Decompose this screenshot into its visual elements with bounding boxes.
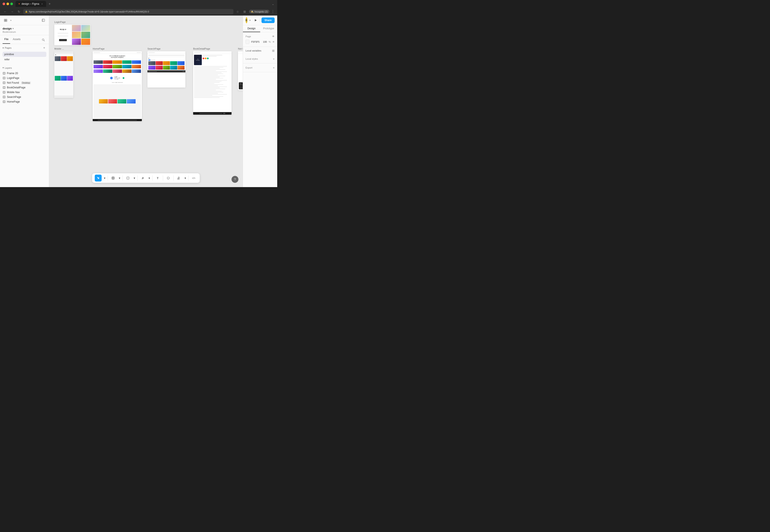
layer-name: HomePage: [7, 100, 20, 103]
maximize-traffic-light[interactable]: [10, 3, 13, 5]
address-bar[interactable]: 🔒 figma.com/design/hqVvs4G2gObcCBkL3SQAL…: [23, 9, 233, 14]
search-button[interactable]: [40, 37, 46, 43]
tab-bar: ✦ design – Figma × + ⌄: [0, 0, 277, 8]
select-tool-chevron[interactable]: ▾: [103, 175, 106, 182]
active-tab[interactable]: ✦ design – Figma ×: [16, 1, 46, 7]
tab-design[interactable]: Design: [243, 25, 260, 32]
toolbar-separator-2: [123, 175, 123, 181]
layer-item-searchpage[interactable]: SearchPage: [0, 95, 49, 99]
layer-item-homepage[interactable]: HomePage: [0, 99, 49, 104]
frame-icon: [3, 100, 6, 103]
pen-tool-chevron[interactable]: ▾: [148, 175, 151, 182]
toolbar-separator-7: [188, 175, 189, 181]
export-add-icon[interactable]: +: [273, 66, 275, 69]
frame-tool-chevron[interactable]: ▾: [118, 175, 121, 182]
page-color-swatch[interactable]: [246, 40, 249, 44]
rect-tool-chevron[interactable]: ▾: [133, 175, 136, 182]
page-item-refer[interactable]: refer: [3, 57, 46, 62]
url-text: figma.com/design/hqVvs4G2gObcCBkL3SQAL8/…: [29, 10, 149, 13]
frame-label-homepage: HomePage: [93, 47, 142, 50]
frame-icon: [3, 95, 6, 99]
tab-close-button[interactable]: ×: [41, 2, 44, 5]
layer-item-notfound[interactable]: Not Found Desktop: [0, 80, 49, 85]
back-button[interactable]: ←: [3, 9, 8, 14]
svg-rect-4: [42, 19, 45, 22]
toolbar: ▾ ▾ ▾ ▾ T ▾: [92, 173, 200, 183]
svg-rect-3: [6, 20, 7, 22]
incognito-icon: 🕵: [251, 10, 254, 13]
local-variables-icon[interactable]: ⊞: [272, 49, 275, 52]
share-button[interactable]: Share: [261, 17, 275, 23]
page-eye-icon[interactable]: 👁: [272, 35, 275, 38]
main-menu-chevron: ▾: [10, 19, 11, 22]
incognito-label: Incognito (2): [255, 10, 268, 13]
frame-preview-login[interactable]: 북모음 UI: [54, 25, 91, 45]
local-variables-section: Local variables ⊞: [243, 47, 277, 55]
layers-collapse-icon[interactable]: ▾: [3, 66, 4, 69]
layer-badge-desktop: Desktop: [21, 81, 31, 84]
layer-item-frame20[interactable]: Frame 20: [0, 71, 49, 76]
local-styles-add-icon[interactable]: +: [273, 57, 275, 61]
pen-tool-button[interactable]: [139, 175, 146, 182]
extensions-button[interactable]: ⊞: [242, 9, 247, 14]
panel-toggle-button[interactable]: [40, 17, 46, 23]
frame-preview-search[interactable]: 뽁: [147, 51, 185, 88]
bookmark-button[interactable]: ☆: [235, 9, 240, 14]
help-button[interactable]: ?: [232, 176, 238, 183]
select-tool-button[interactable]: [95, 175, 102, 182]
project-chevron-icon: ▾: [13, 27, 14, 30]
left-sidebar: ▾ design ▾ Bookmoeum File Assets: [0, 16, 49, 187]
ellipse-tool-button[interactable]: [165, 175, 172, 182]
tab-options-button[interactable]: ⌄: [270, 1, 275, 6]
layer-name: Not Found: [7, 81, 19, 84]
tab-assets[interactable]: Assets: [11, 37, 22, 44]
export-label: Export: [246, 66, 252, 69]
more-options-button[interactable]: ⋮: [271, 9, 275, 14]
figma-app: ▾ design ▾ Bookmoeum File Assets: [0, 16, 277, 187]
chevron-down-icon[interactable]: ▾: [247, 18, 253, 23]
page-opacity-eye-icon[interactable]: 👁: [272, 41, 275, 43]
tab-prototype[interactable]: Prototype: [260, 25, 277, 32]
refresh-button[interactable]: ↻: [16, 9, 22, 14]
pages-section-label: ▾ Pages: [3, 47, 11, 49]
frame-preview-mobile[interactable]: 뽁: [54, 51, 73, 98]
layer-name: SearchPage: [7, 95, 21, 99]
code-tool-button[interactable]: </>: [190, 175, 197, 182]
tab-file[interactable]: File: [3, 37, 10, 44]
frame-group-notfound: Not Found 🤖 Error: [238, 47, 243, 90]
frame-preview-bookdetail[interactable]: 99Principles: [193, 51, 232, 115]
frame-icon: [3, 72, 6, 75]
right-actions: Share: [253, 17, 275, 23]
page-item-primitive[interactable]: primitive: [3, 52, 46, 57]
new-tab-button[interactable]: +: [47, 1, 52, 6]
layer-item-mobilenav[interactable]: Mobile Nav: [0, 90, 49, 95]
frame-preview-homepage[interactable]: 여러 사이트를 돌아다닐 필요없이모든 책 검색의 책모음에서.: [93, 51, 142, 121]
forward-button[interactable]: →: [9, 9, 15, 14]
frame-preview-notfound[interactable]: 🤖 Error: [238, 51, 243, 90]
close-traffic-light[interactable]: [3, 3, 5, 5]
layer-item-bookdetailpage[interactable]: BookDetailPage: [0, 85, 49, 90]
text-tool-button[interactable]: T: [154, 175, 161, 182]
add-page-button[interactable]: +: [42, 46, 46, 50]
canvas[interactable]: LoginPage 북모음 UI Mo: [49, 16, 243, 187]
component-tool-button[interactable]: [175, 175, 182, 182]
project-name-button[interactable]: design ▾: [3, 27, 46, 30]
frame-tool-button[interactable]: [110, 175, 117, 182]
svg-point-6: [42, 39, 44, 41]
svg-rect-0: [4, 19, 5, 20]
component-tool-chevron[interactable]: ▾: [184, 175, 187, 182]
pages-collapse-icon[interactable]: ▾: [3, 47, 4, 49]
layer-item-loginpage[interactable]: LoginPage: [0, 76, 49, 80]
svg-rect-48: [127, 177, 129, 179]
local-styles-section: Local styles +: [243, 55, 277, 63]
minimize-traffic-light[interactable]: [6, 3, 9, 5]
page-opacity-value: 100: [263, 41, 267, 43]
present-button[interactable]: [253, 17, 259, 23]
frame-label-notfound: Not Found: [238, 47, 243, 50]
layer-name: LoginPage: [7, 77, 19, 80]
rect-tool-button[interactable]: [125, 175, 131, 182]
toolbar-separator-5: [163, 175, 163, 181]
toolbar-separator-4: [152, 175, 153, 181]
frame-group-mobile: Mobile ... 뽁: [54, 47, 73, 98]
main-menu-button[interactable]: [3, 17, 9, 23]
